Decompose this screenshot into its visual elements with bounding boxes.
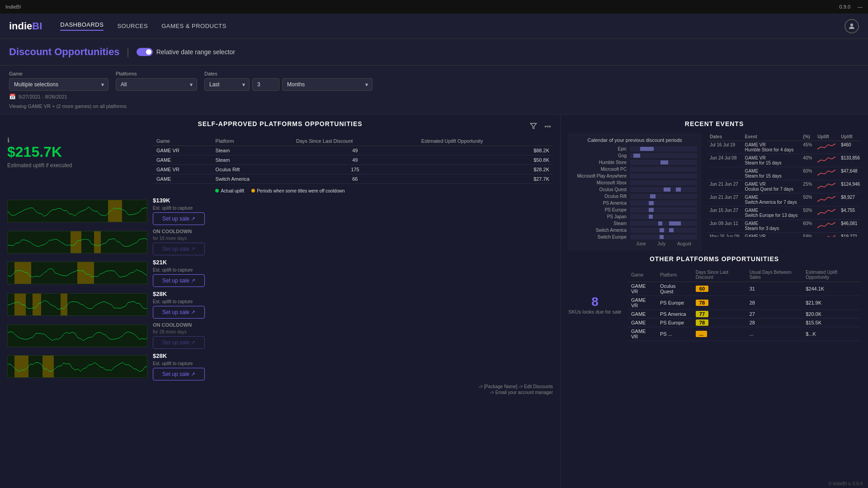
chart-row: ON COOLDOWNfor 18 more daysSet up sale ↗ (7, 229, 553, 255)
ev-col-dates: Dates (707, 133, 742, 141)
opportunities-table: Game Platform Days Since Last Discount E… (153, 136, 553, 184)
opportunities-table-container: Game Platform Days Since Last Discount E… (153, 136, 553, 184)
nav-sources[interactable]: SOURCES (117, 23, 148, 29)
chart-uplift-sub: Est. uplift to capture (153, 267, 205, 272)
toggle-switch[interactable] (137, 48, 153, 56)
table-row: GAME Steam 49 $50.8K (153, 155, 553, 165)
self-approved-title: SELF-APPROVED PLATFORMS OPPORTUNITIES (198, 120, 362, 127)
set-sale-btn[interactable]: Set up sale ↗ (153, 368, 205, 380)
cooldown-label: ON COOLDOWN (153, 229, 205, 234)
event-row: Jun 21 Jun 27 GAME Switch America for 7 … (707, 193, 861, 206)
link-packages[interactable]: -> [Package Name] -> Edit Discounts (7, 384, 553, 389)
chart-uplift-amount: $28K (153, 352, 205, 359)
info-icon[interactable]: ℹ (7, 136, 9, 144)
chart-uplift-amount: $28K (153, 291, 205, 297)
platforms-select[interactable]: All (116, 78, 197, 91)
footer: © indieBI v. 0.9.4 (823, 479, 868, 488)
ev-col-pct: (%) (800, 133, 815, 141)
mini-chart (7, 200, 147, 222)
mini-chart (7, 355, 147, 378)
set-sale-btn[interactable]: Set up sale ↗ (153, 274, 205, 287)
sku-label: SKUs looks due for sale (568, 309, 621, 314)
viewing-text: Viewing GAME VR + (2 more games) on all … (9, 103, 859, 109)
chart-row: $21KEst. uplift to captureSet up sale ↗ (7, 259, 553, 287)
game-select-wrapper: Multiple selections ▼ (9, 78, 108, 91)
platform-row: Epic (572, 146, 697, 151)
other-platforms-title: OTHER PLATFORMS OPPORTUNITIES (568, 255, 861, 263)
filter-icon-btn[interactable] (528, 122, 539, 132)
nav-bar: indieBI DASHBOARDS SOURCES GAMES & PRODU… (0, 14, 868, 39)
sparkline-icon (817, 169, 835, 178)
col-uplift: Estimated Uplift Opportunity (418, 136, 553, 146)
platform-row: Steam (572, 221, 697, 226)
dates-select-wrapper: Last ▼ (204, 78, 250, 91)
minimize-icon[interactable]: — (858, 4, 863, 9)
cooldown-sub: for 18 more days (153, 236, 205, 241)
chart-row: $28KEst. uplift to captureSet up sale ↗ (7, 291, 553, 319)
set-sale-btn[interactable]: Set up sale ↗ (153, 212, 205, 225)
op-col-usual: Usual Days Between Sales (746, 268, 802, 282)
link-email[interactable]: -> Email your account manager (7, 390, 553, 395)
ev-col-uplift1: Uplift (815, 133, 838, 141)
table-row: GAME VR Steam 49 $88.2K (153, 146, 553, 155)
month-labels: June July August (572, 241, 697, 246)
platforms-label: Platforms (116, 71, 197, 76)
set-sale-btn[interactable]: Set up sale ↗ (153, 306, 205, 319)
user-avatar[interactable] (844, 19, 859, 33)
uplift-value: $215.7K (7, 144, 147, 160)
other-platform-row: GAME VR Oculus Quest 60 31 $244.1K (627, 282, 861, 296)
dates-select[interactable]: Last (204, 78, 250, 91)
dates-filter-group: Dates Last ▼ Months ▼ (204, 71, 373, 91)
filters-bar: Game Multiple selections ▼ Platforms All… (0, 66, 868, 115)
table-row: GAME Switch America 66 $27.7K (153, 174, 553, 184)
mini-chart (7, 231, 147, 253)
legend-actual: Actual uplift (215, 188, 244, 193)
other-platforms-table: Game Platform Days Since Last Discount U… (627, 268, 861, 341)
sku-count: 8 (591, 295, 599, 309)
event-row: Jun 24 Jul 08 GAME VR Steam for 15 days … (707, 154, 861, 167)
sku-badge: 8 SKUs looks due for sale (568, 268, 622, 341)
nav-right (844, 19, 859, 33)
set-sale-disabled-btn: Set up sale ↗ (153, 336, 205, 349)
game-select[interactable]: Multiple selections (9, 78, 108, 91)
platform-row: PS America (572, 201, 697, 206)
game-filter-group: Game Multiple selections ▼ (9, 71, 108, 91)
sparkline-icon (817, 195, 835, 204)
event-row: Jun 21 Jun 27 GAME VR Oculus Quest for 7… (707, 180, 861, 193)
dates-label: Dates (204, 71, 373, 76)
date-number-input[interactable] (252, 78, 279, 91)
more-options-btn[interactable]: ••• (542, 122, 553, 132)
page-header: Discount Opportunities | Relative date r… (0, 39, 868, 66)
recent-events-title: RECENT EVENTS (568, 120, 861, 127)
period-select[interactable]: Months (282, 78, 373, 91)
calendar-section: Calendar of your previous discount perio… (568, 133, 702, 251)
platform-row: Oculus Rift (572, 194, 697, 199)
chart-row: ON COOLDOWNfor 28 more daysSet up sale ↗ (7, 322, 553, 349)
op-col-platform: Platform (656, 268, 692, 282)
event-row: Jun 15 Jun 27 GAME Switch Europe for 13 … (707, 206, 861, 220)
stats-box: ℹ $215.7K Estimated uplift if executed (7, 136, 147, 184)
nav-games-products[interactable]: GAMES & PRODUCTS (161, 23, 226, 29)
platform-row: Microsoft Xbox (572, 180, 697, 185)
events-table-container: Dates Event (%) Uplift Uplift Score Jul … (707, 133, 861, 237)
mini-chart (7, 293, 147, 316)
event-row: May 26 Jun 09 GAME VR PS Europe for 15 d… (707, 233, 861, 237)
event-row: GAME Steam for 15 days 60% $47,648 5.1 (707, 167, 861, 180)
uplift-label: Estimated uplift if executed (7, 162, 147, 169)
platform-row: PS Japan (572, 214, 697, 219)
left-panel: SELF-APPROVED PLATFORMS OPPORTUNITIES ••… (0, 115, 561, 488)
nav-dashboards[interactable]: DASHBOARDS (60, 21, 104, 31)
sparkline-icon (817, 155, 835, 164)
filters-row: Game Multiple selections ▼ Platforms All… (9, 71, 859, 91)
svg-point-0 (850, 23, 853, 26)
event-row: Jun 09 Jun 11 GAME Steam for 3 days 60% … (707, 220, 861, 233)
chart-rows-container: $139KEst. uplift to captureSet up sale ↗… (7, 197, 553, 380)
chart-uplift-amount: $21K (153, 259, 205, 266)
other-platforms-table-container: Game Platform Days Since Last Discount U… (627, 268, 861, 341)
platform-row: Switch Europe (572, 235, 697, 239)
sparkline-icon (817, 142, 835, 151)
set-sale-disabled-btn: Set up sale ↗ (153, 243, 205, 255)
version: 0.9.0 (840, 4, 850, 9)
sparkline-icon (817, 182, 835, 191)
header-divider: | (127, 47, 129, 57)
